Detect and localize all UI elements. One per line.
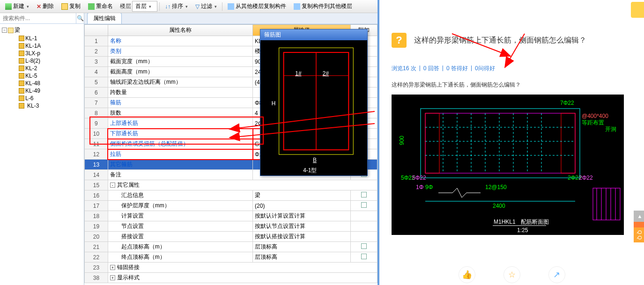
stirrup-diagram: 1# 2# H B 4-1型: [260, 40, 367, 176]
grid-row[interactable]: 18计算设置按默认计算设置计算: [85, 211, 378, 221]
svg-text:1Φ: 1Φ: [416, 184, 423, 190]
svg-text:等距布置: 等距布置: [582, 119, 604, 126]
collapse-icon[interactable]: −: [2, 28, 7, 33]
tree-item[interactable]: KL-48: [1, 80, 83, 87]
svg-text:5Φ22: 5Φ22: [412, 175, 426, 181]
checkbox[interactable]: [361, 192, 367, 197]
action-bar: 👍 ☆ ↗: [379, 264, 644, 285]
beam-icon: [19, 88, 24, 94]
svg-text:配筋断面图: 配筋断面图: [521, 219, 549, 225]
dropdown-icon: ▾: [27, 4, 29, 9]
svg-text:1:25: 1:25: [517, 227, 528, 234]
question-body: 这样的异形梁钢筋上下通长筋，侧面钢筋怎么编辑？: [392, 81, 632, 89]
svg-rect-16: [561, 113, 575, 173]
svg-rect-2: [284, 52, 316, 150]
rename-icon: [88, 3, 95, 10]
grid-row[interactable]: 38+显示样式: [85, 273, 378, 283]
question-title: 这样的异形梁钢筋上下通长筋，侧面钢筋怎么编辑？: [414, 36, 586, 45]
expand-icon[interactable]: +: [110, 265, 115, 270]
beam-icon: [19, 95, 24, 101]
meta-good-question[interactable]: 0问得好: [475, 65, 495, 73]
copy-to-button[interactable]: 复制构件到其他楼层: [290, 1, 355, 12]
grid-row[interactable]: 20搭接设置按默认搭接设置计算: [85, 232, 378, 242]
svg-text:2#: 2#: [323, 70, 329, 77]
folder-icon: [8, 28, 14, 33]
question-icon: ?: [392, 33, 407, 48]
tree-root[interactable]: −梁: [1, 26, 83, 35]
meta-views[interactable]: 浏览16 次: [392, 65, 416, 73]
grid-row[interactable]: 21起点顶标高（m）层顶标高: [85, 242, 378, 252]
copy-from-button[interactable]: 从其他楼层复制构件: [224, 1, 289, 12]
grid-row[interactable]: 15-其它属性: [85, 180, 378, 190]
tree-item[interactable]: L-6: [1, 95, 83, 102]
qa-panel: ? 这样的异形梁钢筋上下通长筋，侧面钢筋怎么编辑？ 浏览16 次| 0 回答| …: [379, 0, 644, 285]
cad-drawing: 7Φ22 @400*400 等距布置 开洞 900 5Φ22 5Φ22 2Φ22…: [392, 95, 624, 235]
search-button[interactable]: 🔍: [76, 13, 84, 23]
rename-button[interactable]: 重命名: [85, 1, 116, 12]
expand-icon[interactable]: -: [110, 183, 115, 188]
delete-button[interactable]: ✕删除: [33, 1, 57, 12]
floor-select[interactable]: 首层▾: [132, 1, 157, 12]
copy-to-icon: [294, 3, 300, 10]
question-meta: 浏览16 次| 0 回答| 0 答得好| 0问得好: [392, 65, 632, 73]
tree-item[interactable]: KL-1: [1, 35, 83, 42]
like-button[interactable]: 👍: [459, 266, 475, 283]
favorite-button[interactable]: ☆: [503, 266, 520, 283]
expand-icon[interactable]: +: [110, 275, 115, 280]
svg-text:12@150: 12@150: [485, 184, 507, 190]
copy-button[interactable]: 复制: [58, 1, 84, 12]
grid-row[interactable]: 16汇总信息梁: [85, 190, 378, 201]
beam-icon: [19, 103, 24, 109]
tab-property-edit[interactable]: 属性编辑: [87, 13, 122, 24]
col-name: 属性名称: [108, 25, 252, 36]
svg-text:1#: 1#: [295, 70, 302, 77]
tree-item[interactable]: 3LX-p: [1, 50, 83, 57]
svg-text:9Φ: 9Φ: [425, 184, 433, 190]
tree-item[interactable]: KL-49: [1, 87, 83, 95]
side-tab-follow[interactable]: 关注我们: [634, 222, 644, 227]
grid-row[interactable]: 17保护层厚度（mm）(20): [85, 201, 378, 211]
filter-button[interactable]: ▽过滤▾: [192, 1, 220, 12]
grid-row[interactable]: 23+锚固搭接: [85, 263, 378, 273]
svg-rect-3: [316, 52, 348, 150]
meta-answers[interactable]: 0 回答: [423, 65, 439, 73]
side-tab-top[interactable]: ▲: [634, 211, 644, 222]
grid-row[interactable]: 22终点顶标高（m）层顶标高: [85, 252, 378, 263]
beam-icon: [19, 73, 24, 79]
svg-rect-15: [425, 113, 439, 173]
tree-item[interactable]: KL-5: [1, 72, 83, 80]
beam-icon: [19, 36, 24, 41]
search-input[interactable]: [0, 13, 76, 23]
svg-text:B: B: [313, 157, 317, 163]
grid-row[interactable]: 19节点设置按默认节点设置计算: [85, 221, 378, 232]
tree-item[interactable]: KL-2: [1, 65, 83, 72]
floor-label: 楼层: [120, 2, 131, 10]
tree-item[interactable]: KL-1A: [1, 42, 83, 50]
svg-text:开洞: 开洞: [605, 126, 616, 132]
checkbox[interactable]: [361, 243, 367, 249]
side-tab-qq[interactable]: Q Q: [634, 227, 644, 242]
checkbox[interactable]: [361, 254, 367, 259]
svg-text:M1HKL1: M1HKL1: [494, 219, 516, 225]
beam-icon: [19, 43, 24, 49]
component-tree[interactable]: −梁KL-1KL-1A3LX-pL-8(2)KL-2KL-5KL-48KL-49…: [0, 24, 84, 285]
svg-text:2400: 2400: [493, 203, 505, 209]
stirrup-diagram-window[interactable]: 箍筋图 1# 2# H B 4-1型: [260, 29, 368, 176]
bookmark-icon[interactable]: [631, 2, 644, 18]
window-title: 箍筋图: [260, 29, 367, 40]
share-button[interactable]: ↗: [548, 266, 565, 283]
svg-text:2Φ22: 2Φ22: [579, 175, 593, 181]
meta-good-answer[interactable]: 0 答得好: [446, 65, 468, 73]
left-pane: 新建▾ ✕删除 复制 重命名 楼层 首层▾ ↓↑排序▾ ▽过滤▾ 从其他楼层复制…: [0, 0, 379, 285]
svg-rect-14: [421, 109, 580, 178]
filter-icon: ▽: [195, 3, 200, 10]
new-button[interactable]: 新建▾: [2, 1, 32, 12]
tree-item[interactable]: L-8(2): [1, 57, 83, 65]
checkbox[interactable]: [361, 202, 367, 208]
sort-button[interactable]: ↓↑排序▾: [162, 1, 191, 12]
toolbar: 新建▾ ✕删除 复制 重命名 楼层 首层▾ ↓↑排序▾ ▽过滤▾ 从其他楼层复制…: [0, 0, 378, 13]
svg-rect-13: [425, 113, 575, 173]
tree-item[interactable]: KL-3: [1, 102, 83, 110]
copy-icon: [61, 3, 68, 10]
copy-from-icon: [228, 3, 234, 10]
